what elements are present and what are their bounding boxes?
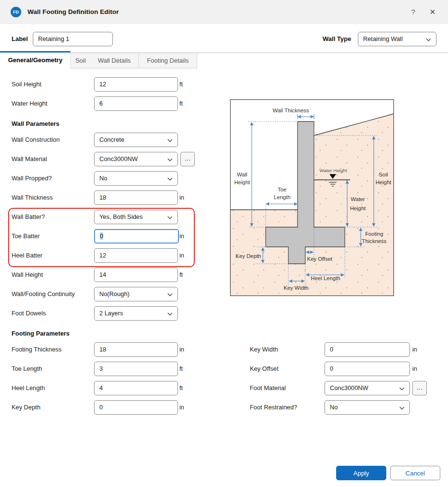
chevron-down-icon (167, 293, 173, 297)
heel-batter-unit: in (179, 248, 184, 263)
diagram-wall-height-label-1: Wall (237, 172, 247, 177)
wall-footing-definition-editor-dialog: FD Wall Footing Definition Editor ? ✕ La… (0, 0, 448, 487)
diagram-wall-height-label-2: Height (234, 179, 251, 185)
wall-propped-value: No (99, 175, 107, 182)
diagram-heel-length-label: Heel Length (311, 275, 340, 281)
wall-height-input[interactable]: 14 (94, 268, 178, 282)
tab-wall-details[interactable]: Wall Details (90, 53, 139, 68)
field-row-key-width: Key Width 0 in (0, 342, 448, 357)
foot-material-label: Foot Material (250, 381, 286, 395)
diagram-water-marker-label: Water Height (320, 168, 347, 173)
diagram-wall-thickness-label: Wall Thickness (272, 108, 309, 113)
diagram-footing-thickness-label-2: Thickness (362, 238, 387, 244)
toe-batter-unit: in (179, 229, 184, 244)
wall-footing-continuity-value: No(Rough) (99, 290, 130, 298)
apply-button[interactable]: Apply (336, 466, 386, 480)
wall-type-value: Retaining Wall (363, 35, 403, 42)
label-input[interactable]: Retaining 1 (33, 32, 113, 46)
app-icon: FD (11, 7, 21, 17)
label-caption: Label (12, 32, 28, 46)
wall-height-unit: ft (179, 268, 183, 282)
wall-material-more-button[interactable]: … (180, 152, 195, 166)
wall-footing-continuity-label: Wall/Footing Continuity (12, 287, 75, 301)
wall-height-label: Wall Height (12, 268, 43, 282)
water-height-unit: ft (179, 96, 183, 111)
wall-batter-select[interactable]: Yes, Both Sides (94, 210, 178, 224)
tab-footing-details[interactable]: Footing Details (139, 53, 197, 68)
wall-type-select[interactable]: Retaining Wall (358, 32, 436, 46)
wall-material-select[interactable]: Conc3000NW (94, 152, 178, 166)
field-row-key-offset: Key Offset 0 in (0, 362, 448, 376)
heel-batter-input[interactable]: 12 (94, 248, 178, 263)
footing-parameters-header: Footing Parameters (12, 330, 69, 337)
help-icon: ? (411, 8, 415, 16)
diagram-soil-height-label-1: Soil (379, 172, 388, 177)
chevron-down-icon (167, 177, 173, 181)
help-button[interactable]: ? (404, 0, 423, 24)
field-row-foot-dowels: Foot Dowels 2 Layers (0, 306, 448, 321)
wall-propped-select[interactable]: No (94, 171, 178, 186)
diagram-soil-height-label-2: Height (376, 179, 392, 185)
wall-construction-label: Wall Construction (12, 133, 60, 147)
tab-general-geometry[interactable]: General/Geometry (0, 51, 70, 68)
wall-thickness-unit: in (179, 190, 184, 205)
wall-thickness-input[interactable]: 18 (94, 190, 178, 205)
foot-dowels-select[interactable]: 2 Layers (94, 306, 178, 321)
foot-dowels-label: Foot Dowels (12, 306, 46, 321)
cancel-button[interactable]: Cancel (390, 466, 440, 480)
diagram-key-depth-label: Key Depth (236, 253, 261, 259)
diagram-key-width-label: Key Width (284, 285, 308, 291)
field-row-soil-height: Soil Height 12 ft (0, 77, 448, 92)
foot-restrained-value: No (330, 404, 338, 411)
wall-material-label: Wall Material (12, 152, 47, 166)
wall-parameters-header: Wall Parameters (12, 120, 59, 127)
water-height-input[interactable]: 6 (94, 96, 178, 111)
foot-restrained-select[interactable]: No (325, 400, 410, 415)
wall-footing-continuity-select[interactable]: No(Rough) (94, 287, 178, 301)
toe-batter-input[interactable]: 0 (94, 229, 179, 244)
wall-construction-value: Concrete (99, 136, 124, 143)
diagram-toe-length-label-2: Length (274, 194, 291, 200)
key-offset-unit: in (412, 362, 417, 376)
wall-construction-select[interactable]: Concrete (94, 133, 178, 147)
toe-batter-label: Toe Batter (12, 229, 40, 244)
chevron-down-icon (399, 406, 405, 410)
key-offset-input[interactable]: 0 (325, 362, 410, 376)
chevron-down-icon (426, 38, 431, 41)
foot-material-more-button[interactable]: … (412, 381, 427, 395)
water-height-label: Water Height (12, 96, 47, 111)
soil-height-unit: ft (179, 77, 183, 92)
wall-propped-label: Wall Propped? (12, 171, 52, 186)
foot-material-value: Conc3000NW (330, 384, 368, 392)
tab-soil[interactable]: Soil (70, 53, 91, 68)
key-width-input[interactable]: 0 (325, 342, 410, 357)
tab-strip: General/Geometry Soil Wall Details Footi… (0, 51, 448, 68)
key-width-label: Key Width (250, 342, 278, 357)
chevron-down-icon (167, 139, 173, 142)
foot-dowels-value: 2 Layers (99, 310, 123, 317)
wall-thickness-label: Wall Thickness (12, 190, 53, 205)
chevron-down-icon (167, 312, 173, 316)
window-title: Wall Footing Definition Editor (27, 0, 119, 24)
key-width-unit: in (412, 342, 417, 357)
close-button[interactable]: ✕ (423, 0, 442, 24)
key-offset-label: Key Offset (250, 362, 279, 376)
soil-height-label: Soil Height (12, 77, 41, 92)
chevron-down-icon (399, 387, 405, 391)
chevron-down-icon (167, 158, 173, 162)
heel-batter-label: Heel Batter (12, 248, 42, 263)
chevron-down-icon (167, 216, 173, 219)
wall-batter-value: Yes, Both Sides (99, 213, 143, 220)
soil-height-input[interactable]: 12 (94, 77, 178, 92)
diagram-key-offset-label: Key Offset (307, 256, 333, 262)
foot-material-select[interactable]: Conc3000NW (325, 381, 410, 395)
wall-type-caption: Wall Type (323, 32, 351, 46)
diagram-toe-length-label-1: Toe (278, 187, 286, 192)
selected-text: 0 (100, 232, 103, 240)
diagram-water-height-label-1: Water (351, 196, 365, 202)
field-row-foot-restrained: Foot Restrained? No (0, 400, 448, 415)
close-icon: ✕ (430, 8, 436, 16)
foot-restrained-label: Foot Restrained? (250, 400, 297, 415)
diagram-water-height-label-2: Height (350, 205, 367, 211)
wall-material-value: Conc3000NW (99, 155, 138, 162)
